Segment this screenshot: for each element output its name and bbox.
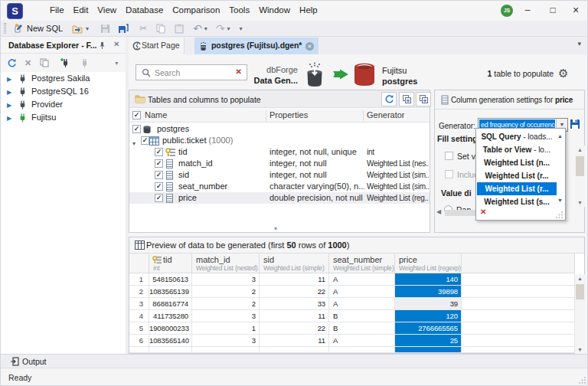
preview-cell[interactable]	[462, 286, 575, 298]
redo-dropdown[interactable]: ▾	[225, 21, 233, 36]
preview-scrollbar[interactable]: ▲ ▼	[575, 274, 585, 354]
preview-cell[interactable]: 39	[395, 298, 462, 310]
preview-cell[interactable]: 4	[129, 310, 149, 322]
minimize-button[interactable]: –	[516, 1, 539, 21]
preview-cell[interactable]	[462, 273, 575, 286]
preview-cell[interactable]: 11	[260, 335, 329, 347]
hscroll-thumb[interactable]	[445, 210, 475, 216]
properties-column-header[interactable]: Properties	[270, 110, 308, 119]
pin-icon[interactable]	[99, 41, 106, 50]
preview-cell[interactable]: 25	[395, 335, 462, 347]
preview-cell[interactable]	[260, 347, 329, 353]
menu-comparison[interactable]: Comparison	[168, 1, 224, 21]
menu-edit[interactable]: Edit	[69, 1, 93, 21]
preview-cell[interactable]: B	[329, 310, 395, 322]
preview-cell[interactable]: 3	[192, 310, 260, 322]
connection-postgresql-16[interactable]: ▶PostgreSQL 16	[1, 85, 126, 98]
copy-grid-button-2[interactable]	[416, 92, 431, 106]
preview-cell[interactable]: A	[329, 286, 395, 298]
expand-icon[interactable]: ▶	[7, 73, 11, 86]
preview-cell[interactable]: 1083565140	[149, 335, 192, 347]
tab-active-document[interactable]: postgres (Fujitsu).dgen* ✕	[194, 38, 318, 54]
dropdown-scroll-down-icon[interactable]: ▼	[557, 198, 563, 203]
preview-cell[interactable]: 140	[395, 273, 462, 286]
maximize-button[interactable]: □	[541, 1, 564, 21]
dropdown-item-3[interactable]: Weighted List (r...	[477, 169, 557, 182]
explorer-toolbar-dropdown[interactable]: ▾	[115, 60, 118, 67]
preview-cell[interactable]: 5	[129, 322, 149, 335]
preview-cell[interactable]: A	[329, 335, 395, 347]
preview-cell[interactable]: 33	[260, 298, 329, 310]
preview-cell[interactable]: 120	[395, 310, 462, 322]
menu-window[interactable]: Window	[254, 1, 295, 21]
preview-cell[interactable]: 2	[192, 286, 260, 298]
expand-icon[interactable]: ▶	[7, 86, 11, 99]
preview-cell[interactable]: 3	[192, 273, 260, 286]
preview-cell[interactable]	[149, 347, 192, 353]
expand-icon[interactable]: ▶	[7, 99, 11, 112]
preview-col-header-price[interactable]: priceWeighted List (regexp)	[395, 254, 462, 273]
table-row-match-id[interactable]: ✓match_idinteger, not nullWeighted List …	[129, 158, 430, 169]
menu-view[interactable]: View	[93, 1, 121, 21]
explorer-close-icon[interactable]: ✕	[113, 40, 119, 48]
settings-gear-icon[interactable]: ⚙	[558, 67, 568, 80]
undo-dropdown[interactable]: ▾	[202, 21, 210, 36]
refresh-preview-button[interactable]	[381, 92, 397, 106]
preview-cell[interactable]	[462, 347, 575, 353]
connection-provider[interactable]: ▶Provider	[1, 98, 126, 111]
dropdown-item-0[interactable]: SQL Query - loads...	[477, 130, 557, 143]
delete-connection-icon[interactable]: ✕	[24, 58, 31, 68]
preview-cell[interactable]: 11	[260, 310, 329, 322]
save-button[interactable]	[100, 21, 110, 36]
preview-cell[interactable]	[329, 347, 395, 353]
preview-cell[interactable]: 22	[260, 322, 329, 335]
tab-start-page[interactable]: Start Page	[129, 38, 185, 54]
table-row-tid[interactable]: ✓tidinteger, not null, uniqueint	[129, 146, 430, 158]
preview-cell[interactable]: A	[329, 298, 395, 310]
dropdown-item-5[interactable]: Weighted List (s...	[477, 195, 557, 208]
menu-file[interactable]: File	[45, 1, 69, 21]
preview-cell[interactable]	[192, 347, 260, 353]
preview-cell[interactable]: 868816774	[149, 298, 192, 310]
set-value-checkbox[interactable]	[445, 152, 453, 160]
copy-button[interactable]	[156, 21, 165, 36]
generator-column-header[interactable]: Generator	[367, 110, 405, 119]
preview-cell[interactable]	[395, 347, 462, 353]
include-checkbox[interactable]	[445, 170, 453, 178]
dropdown-item-1[interactable]: Table or View - lo...	[477, 143, 557, 156]
preview-col-header-sid[interactable]: sidWeighted List (simple)	[260, 254, 329, 273]
open-file-dropdown[interactable]: ▾	[83, 21, 91, 36]
preview-cell[interactable]: A	[329, 273, 395, 286]
preview-cell[interactable]	[462, 310, 575, 322]
toolbar-options-dropdown[interactable]: ▾	[237, 21, 245, 36]
undo-button[interactable]: ↶	[193, 21, 202, 36]
output-bar[interactable]: Output	[1, 354, 588, 368]
name-column-header[interactable]: Name	[145, 110, 167, 119]
table-row-postgres[interactable]: ✓postgres	[129, 123, 430, 135]
tab-close-icon[interactable]: ✕	[305, 42, 314, 51]
preview-cell[interactable]: 39898	[395, 286, 462, 298]
collapse-chevron-icon[interactable]: ▾	[274, 225, 277, 232]
resize-grip[interactable]	[579, 376, 586, 384]
save-all-button[interactable]	[118, 21, 129, 36]
paste-button[interactable]	[175, 21, 184, 36]
preview-cell[interactable]: 1	[192, 322, 260, 335]
settings-scrollbar[interactable]: ▲ ▼	[575, 146, 585, 207]
preview-cell[interactable]: 1	[129, 273, 149, 286]
preview-cell[interactable]	[129, 347, 149, 353]
dropdown-item-2[interactable]: Weighted List (n...	[477, 156, 557, 169]
preview-cell[interactable]: B	[329, 322, 395, 335]
preview-cell[interactable]	[462, 298, 575, 310]
preview-cell[interactable]: 3	[129, 298, 149, 310]
connection-fujitsu[interactable]: ▶Fujitsu	[1, 111, 126, 124]
preview-col-header-tid[interactable]: tidint	[149, 254, 192, 273]
preview-cell[interactable]	[462, 322, 575, 335]
preview-cell[interactable]: 3	[192, 335, 260, 347]
tab-list-dropdown[interactable]: ▾	[577, 40, 581, 47]
user-badge[interactable]: JS	[501, 5, 513, 17]
dropdown-item-4[interactable]: Weighted List (r...	[477, 182, 557, 195]
preview-scroll-up-icon[interactable]: ▲	[575, 276, 585, 281]
preview-scroll-down-icon[interactable]: ▼	[575, 347, 585, 352]
dropdown-resize-grip[interactable]	[556, 211, 564, 218]
redo-button[interactable]: ↷	[216, 21, 225, 36]
